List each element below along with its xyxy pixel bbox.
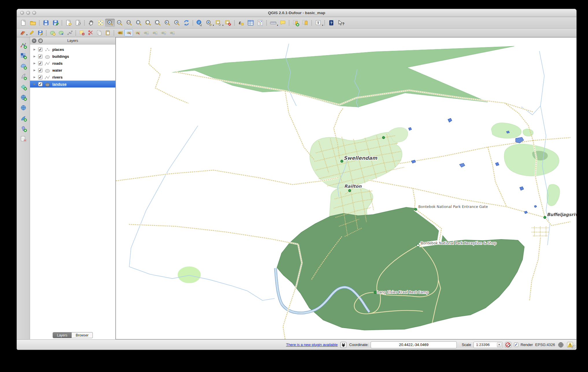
resize-grip[interactable] <box>572 345 576 349</box>
crs-globe-icon[interactable] <box>557 341 564 348</box>
close-window-button[interactable] <box>20 11 24 15</box>
move-feature-button[interactable] <box>57 29 65 36</box>
place-dot <box>374 291 376 293</box>
add-raster-layer-button[interactable] <box>18 51 29 60</box>
select-features-button[interactable]: ▾ <box>204 19 214 27</box>
pan-to-selection-button[interactable] <box>96 19 105 27</box>
add-wcs-layer-button[interactable] <box>18 103 29 112</box>
layer-visibility-checkbox[interactable]: ✓ <box>38 68 42 72</box>
change-label-properties-button[interactable]: abc <box>168 29 176 36</box>
new-bookmark-button[interactable] <box>291 19 300 27</box>
layer-visibility-checkbox[interactable]: ✓ <box>38 82 42 86</box>
save-project-as-button[interactable] <box>51 19 60 27</box>
add-oracle-layer-button[interactable] <box>18 124 29 133</box>
layer-visibility-checkbox[interactable]: ✓ <box>38 47 42 52</box>
layer-symbol-icon <box>44 47 51 52</box>
select-by-rectangle-button[interactable]: ▾ <box>214 19 223 27</box>
layer-visibility-checkbox[interactable]: ✓ <box>38 54 42 59</box>
expand-arrow-icon[interactable]: ▶ <box>34 62 36 65</box>
labeling-options-button[interactable]: abc <box>116 29 124 36</box>
layer-item-buildings[interactable]: ▶✓buildings <box>30 53 115 60</box>
new-shapefile-layer-button[interactable] <box>18 134 29 143</box>
expand-arrow-icon[interactable]: ▶ <box>34 69 36 72</box>
zoom-out-button[interactable] <box>115 19 124 27</box>
toggle-editing-button[interactable] <box>27 29 36 36</box>
zoom-next-button[interactable] <box>172 19 182 27</box>
delete-selected-button[interactable] <box>77 29 86 36</box>
stop-rendering-icon[interactable] <box>505 341 512 348</box>
new-print-composer-button[interactable] <box>64 19 73 27</box>
layers-panel-header: × Layers <box>30 37 115 44</box>
map-label: Bontebok National Park Entrance Gate <box>418 204 488 209</box>
layer-item-water[interactable]: ▶✓water <box>30 67 115 74</box>
measure-button[interactable]: ▾ <box>268 19 278 27</box>
add-wms-layer-button[interactable] <box>18 93 29 102</box>
save-project-button[interactable] <box>41 19 51 27</box>
expand-arrow-icon[interactable]: ▶ <box>34 76 36 79</box>
node-tool-button[interactable] <box>65 29 74 36</box>
deselect-all-button[interactable] <box>223 19 233 27</box>
add-vector-layer-button[interactable] <box>18 41 29 50</box>
zoom-window-button[interactable] <box>32 11 36 15</box>
current-edits-button[interactable]: ▾ <box>19 29 27 36</box>
new-project-button[interactable] <box>19 19 28 27</box>
scale-combobox[interactable]: 1:23396 ▼ <box>474 342 502 348</box>
chevron-down-icon[interactable]: ▼ <box>497 343 502 347</box>
save-layer-edits-button[interactable] <box>36 29 45 36</box>
open-project-button[interactable] <box>28 19 38 27</box>
add-feature-button[interactable] <box>48 29 57 36</box>
help-contents-button[interactable]: ? <box>326 19 336 27</box>
add-spatialite-layer-button[interactable] <box>18 72 29 81</box>
field-calculator-button[interactable]: ε <box>236 19 246 27</box>
show-bookmarks-button[interactable] <box>300 19 310 27</box>
zoom-to-layer-button[interactable] <box>153 19 162 27</box>
add-postgis-layer-button[interactable] <box>18 62 29 70</box>
paste-features-button[interactable] <box>103 29 112 36</box>
show-hide-labels-button[interactable]: abc <box>142 29 150 36</box>
identify-features-button[interactable]: i <box>195 19 204 27</box>
whats-this-button[interactable]: ? <box>336 19 345 27</box>
panel-tab-browser[interactable]: Browser <box>72 332 93 338</box>
layer-item-landuse[interactable]: ▶✓landuse <box>30 81 115 88</box>
cut-features-button[interactable] <box>86 29 95 36</box>
expand-arrow-icon[interactable]: ▶ <box>34 55 36 58</box>
map-tips-button[interactable] <box>278 19 287 27</box>
coordinate-label: Coordinate: <box>349 343 369 347</box>
zoom-full-extent-button[interactable] <box>134 19 143 27</box>
zoom-to-selection-button[interactable] <box>143 19 153 27</box>
statistical-summary-button[interactable] <box>255 19 265 27</box>
map-canvas[interactable]: SwellendamRailtonBontebok National Park … <box>116 37 576 339</box>
text-annotation-button[interactable]: T▾ <box>313 19 323 27</box>
zoom-last-button[interactable] <box>162 19 172 27</box>
pin-unpin-labels-button[interactable]: ab <box>124 29 133 36</box>
copy-features-button[interactable] <box>95 29 103 36</box>
layer-item-places[interactable]: ▶✓places <box>30 46 115 53</box>
attribute-table-button[interactable] <box>246 19 255 27</box>
title-bar[interactable]: QGIS 2.0.1-Dufour - basic_map <box>17 9 576 17</box>
minimize-window-button[interactable] <box>26 11 30 15</box>
plugin-icon[interactable] <box>340 341 347 348</box>
expand-arrow-icon[interactable]: ▶ <box>34 48 36 51</box>
coordinate-input[interactable] <box>371 342 456 348</box>
zoom-actual-size-button[interactable]: 1:1 <box>124 19 134 27</box>
layer-item-roads[interactable]: ▶✓roads <box>30 60 115 67</box>
toolbar-digitizing-labeling: ▾abcabababcabcabcabc <box>17 29 576 37</box>
rotate-label-button[interactable]: abc <box>159 29 168 36</box>
render-checkbox[interactable]: ✓ <box>514 343 518 347</box>
pan-map-button[interactable] <box>86 19 96 27</box>
expand-arrow-icon[interactable]: ▶ <box>34 83 36 85</box>
zoom-in-button[interactable] <box>105 19 115 27</box>
layer-visibility-checkbox[interactable]: ✓ <box>38 75 42 79</box>
highlight-pinned-labels-button[interactable]: ab <box>133 29 142 36</box>
composer-manager-button[interactable] <box>73 19 83 27</box>
add-wfs-layer-button[interactable] <box>18 114 29 122</box>
layer-item-rivers[interactable]: ▶✓rivers <box>30 74 115 81</box>
plugin-available-link[interactable]: There is a new plugin available <box>286 343 338 347</box>
add-mssql-layer-button[interactable] <box>18 82 29 91</box>
layer-visibility-checkbox[interactable]: ✓ <box>38 61 42 66</box>
move-label-button[interactable]: abc <box>150 29 159 36</box>
layer-name: rivers <box>52 75 62 79</box>
refresh-map-button[interactable] <box>182 19 191 27</box>
panel-tab-layers[interactable]: Layers <box>53 332 72 338</box>
layer-name: buildings <box>52 54 69 59</box>
